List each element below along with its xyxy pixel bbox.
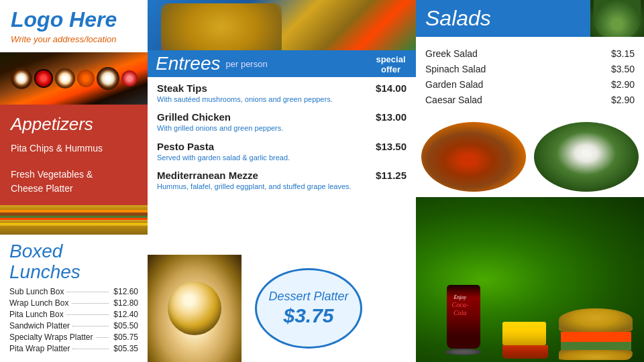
salad-price: $3.50 [611,64,635,74]
dessert-section: Dessert Platter $3.75 [148,255,416,362]
salads-title: Salads [425,6,491,31]
lunch-price: $12.80 [111,298,138,308]
boxed-lunches-title: BoxedLunches [9,241,138,283]
entrees-title: Entrees [156,53,221,74]
salad-name: Spinach Salad [425,64,486,74]
lunch-name: Sub Lunch Box [9,287,64,296]
lunch-item: Specialty Wraps Platter$05.75 [9,333,138,342]
left-column: Logo Here Write your address/location Ap… [0,0,148,362]
lunch-name: Sandwich Platter [9,321,70,330]
salad-image-1 [421,122,526,192]
entree-desc: Hummus, falafel, grilled eggplant, and s… [157,182,407,192]
salad-header-image [590,0,644,37]
cola-cup: EnjoyCoca-Cola [443,285,484,359]
page-layout: Logo Here Write your address/location Ap… [0,0,644,362]
lunch-price: $05.75 [111,333,138,342]
entrees-content: Steak Tips $14.00 With sautéed mushrooms… [148,77,416,255]
per-person-label: per person [226,59,268,69]
burger [559,308,633,359]
salad-name: Caesar Salad [425,95,482,105]
dessert-price: $3.75 [283,304,333,327]
logo-subtitle: Write your address/location [11,34,137,44]
entree-items-list: Steak Tips $14.00 With sautéed mushrooms… [157,82,407,192]
salad-price: $3.15 [611,48,635,59]
entree-name: Mediterranean Mezze [157,170,258,181]
lunch-item: Sub Lunch Box$12.60 [9,287,138,296]
entree-name: Grilled Chicken [157,111,231,123]
lunch-item: Pita Lunch Box$12.40 [9,310,138,319]
entree-name: Pesto Pasta [157,141,214,152]
salad-item: Garden Salad$2.90 [425,79,635,90]
salad-image-2 [534,122,639,192]
salad-item: Spinach Salad$3.50 [425,64,635,74]
entree-desc: With grilled onions and green peppers. [157,123,407,133]
entree-desc: With sautéed mushrooms, onions and green… [157,95,407,105]
salads-list: Greek Salad$3.15Spinach Salad$3.50Garden… [416,37,644,117]
lunch-item: Pita Wrap Platter$05.35 [9,344,138,353]
lunch-price: $05.35 [111,344,138,353]
lunch-item: Sandwich Platter$05.50 [9,321,138,330]
lunch-name: Pita Lunch Box [9,310,64,319]
burger-cola-image: EnjoyCoca-Cola [416,197,644,362]
entree-desc: Served with garden salad & garlic bread. [157,153,407,163]
middle-column: Entrees per person special offer Steak T… [148,0,416,362]
entree-price: $13.00 [376,111,407,123]
lunch-name: Specialty Wraps Platter [9,333,93,342]
lunch-price: $12.40 [111,310,138,319]
special-offer-badge: special offer [366,50,416,77]
salads-header: Salads [416,0,644,37]
sushi-image [0,52,148,105]
fries [502,322,549,359]
logo-section: Logo Here Write your address/location [0,0,148,52]
salad-price: $2.90 [611,79,635,90]
lunch-price: $12.60 [111,287,138,296]
entree-item: Grilled Chicken $13.00 With grilled onio… [157,111,407,133]
appetizer-item-2: Fresh Vegetables &Cheese Platter [11,168,137,196]
entree-price: $13.50 [376,141,407,152]
lunch-name: Wrap Lunch Box [9,298,69,308]
appetizer-item-1: Pita Chips & Hummus [11,141,137,156]
salad-name: Garden Salad [425,79,483,90]
lunch-items-list: Sub Lunch Box$12.60Wrap Lunch Box$12.80P… [9,287,138,353]
logo-title: Logo Here [11,8,137,32]
entree-price: $14.00 [376,82,407,94]
entree-price: $11.25 [376,170,407,181]
salad-item: Caesar Salad$2.90 [425,95,635,105]
lunch-name: Pita Wrap Platter [9,344,70,353]
dessert-box: Dessert Platter $3.75 [255,268,362,349]
right-column: Salads Greek Salad$3.15Spinach Salad$3.5… [416,0,644,362]
salad-item: Greek Salad$3.15 [425,48,635,59]
boxed-lunches-section: BoxedLunches Sub Lunch Box$12.60Wrap Lun… [0,235,148,362]
lunch-item: Wrap Lunch Box$12.80 [9,298,138,308]
entree-item: Pesto Pasta $13.50 Served with garden sa… [157,141,407,163]
appetizers-title: Appetizers [11,114,137,135]
salad-name: Greek Salad [425,48,478,59]
entree-name: Steak Tips [157,82,207,94]
salad-images-row [416,117,644,197]
salad-price: $2.90 [611,95,635,105]
lunch-price: $05.50 [111,321,138,330]
dessert-image [148,255,241,362]
salad-items-list: Greek Salad$3.15Spinach Salad$3.50Garden… [425,48,635,105]
sandwich-image [0,205,148,235]
burger-image-area: Entrees per person special offer [148,0,416,77]
entree-item: Mediterranean Mezze $11.25 Hummus, falaf… [157,170,407,192]
dessert-label: Dessert Platter [268,290,348,304]
entree-item: Steak Tips $14.00 With sautéed mushrooms… [157,82,407,105]
appetizers-section: Appetizers Pita Chips & Hummus Fresh Veg… [0,105,148,205]
